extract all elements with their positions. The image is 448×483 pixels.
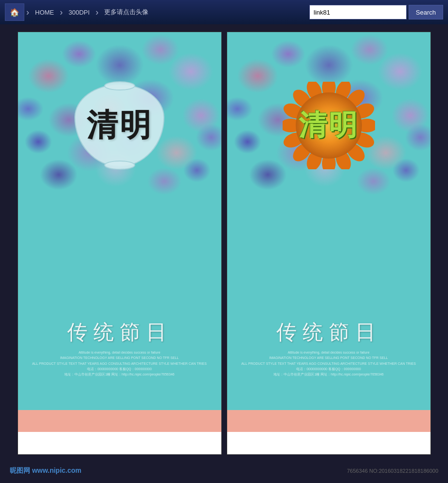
footer-logo: 昵图网 www.nipic.com bbox=[10, 466, 81, 475]
poster-right-title: 清明 bbox=[299, 107, 359, 144]
poster-left: 清明 传统節日 Attitude is everything, detail d… bbox=[18, 32, 222, 455]
poster-right-subtitle: 传统節日 bbox=[276, 319, 381, 346]
poster-right-bottom: 传统節日 Attitude is everything, detail deci… bbox=[227, 306, 430, 454]
search-area: Search bbox=[309, 5, 443, 19]
poster-right-badge: 清明 bbox=[283, 83, 375, 168]
poster-left-bg: 清明 传统節日 Attitude is everything, detail d… bbox=[18, 32, 221, 454]
poster-left-badge: 清明 bbox=[73, 83, 166, 168]
main-content: 清明 传统節日 Attitude is everything, detail d… bbox=[0, 24, 448, 462]
nav-item-300dpi[interactable]: 300DPI bbox=[65, 3, 93, 21]
poster-left-subtitle: 传统節日 bbox=[67, 319, 172, 346]
nav-arrow-1: › bbox=[24, 7, 31, 18]
page-footer: 昵图网 www.nipic.com 7656346 NO:20160318221… bbox=[0, 462, 448, 479]
poster-right-tagline: Attitude is everything, detail decides s… bbox=[234, 350, 423, 377]
nav-item-home[interactable]: HOME bbox=[31, 3, 58, 21]
search-button[interactable]: Search bbox=[409, 5, 443, 19]
home-icon: 🏠 bbox=[10, 8, 19, 17]
footer-info: 7656346 NO:20160318221818186000 bbox=[347, 468, 438, 474]
poster-right-bg: 清明 传统節日 Attitude is everything, detail d… bbox=[227, 32, 430, 454]
poster-container: 清明 传统節日 Attitude is everything, detail d… bbox=[18, 32, 431, 455]
home-button[interactable]: 🏠 bbox=[5, 3, 24, 21]
poster-left-tagline: Attitude is everything, detail decides s… bbox=[25, 350, 214, 377]
top-navigation: 🏠 › HOME › 300DPI › 更多请点击头像 Search bbox=[0, 0, 448, 24]
nav-item-more[interactable]: 更多请点击头像 bbox=[100, 3, 152, 21]
poster-left-bottom: 传统節日 Attitude is everything, detail deci… bbox=[18, 306, 221, 454]
nav-arrow-2: › bbox=[58, 7, 65, 18]
poster-left-title: 清明 bbox=[87, 104, 153, 146]
search-input[interactable] bbox=[309, 5, 407, 19]
poster-right: 清明 传统節日 Attitude is everything, detail d… bbox=[227, 32, 431, 455]
nav-arrow-3: › bbox=[93, 7, 100, 18]
